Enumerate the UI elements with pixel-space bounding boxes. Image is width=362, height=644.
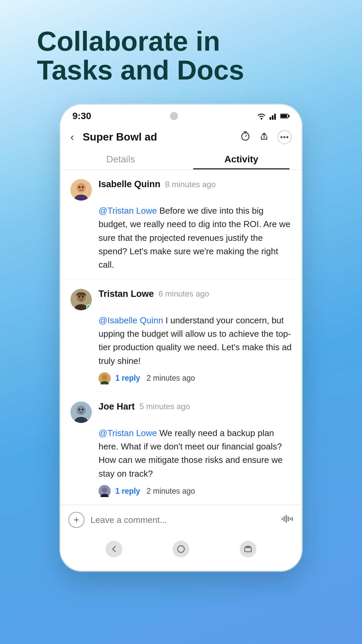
svg-point-31	[102, 487, 107, 493]
comment-body: @Tristan Lowe We really need a backup pl…	[70, 426, 292, 480]
nav-recent-button[interactable]	[240, 541, 256, 557]
battery-icon	[280, 113, 290, 119]
top-nav: ‹ Super Bowl ad	[60, 124, 302, 148]
more-dots-icon: •••	[280, 133, 289, 142]
svg-rect-33	[282, 518, 283, 520]
more-button[interactable]: •••	[278, 130, 292, 144]
comment-header: Tristan Lowe 6 minutes ago	[70, 289, 292, 310]
share-icon[interactable]	[259, 130, 269, 144]
status-bar: 9:30	[60, 105, 302, 124]
reply-info[interactable]: 1 reply 2 minutes ago	[115, 374, 195, 383]
reply-avatar	[99, 485, 111, 497]
nav-actions: •••	[240, 130, 292, 144]
comment-author-row: Tristan Lowe 6 minutes ago	[99, 289, 209, 299]
comment-input-bar: +	[60, 505, 302, 535]
svg-rect-5	[281, 115, 287, 118]
status-time: 9:30	[72, 111, 91, 121]
svg-rect-35	[286, 515, 287, 523]
status-icons	[257, 112, 290, 120]
comment-meta: Joe Hart 5 minutes ago	[99, 401, 190, 412]
svg-rect-34	[284, 516, 285, 522]
add-attachment-button[interactable]: +	[68, 512, 84, 528]
svg-rect-37	[290, 518, 291, 520]
back-button[interactable]: ‹	[67, 129, 77, 145]
headline-line1: Collaborate in	[37, 26, 220, 56]
headline: Collaborate in Tasks and Docs	[37, 27, 325, 85]
svg-point-39	[178, 546, 184, 552]
svg-point-29	[82, 409, 84, 411]
comment-input[interactable]	[90, 515, 276, 525]
reply-avatar	[99, 372, 111, 384]
svg-point-20	[78, 296, 80, 298]
comment-time: 8 minutes ago	[165, 180, 216, 189]
camera-dot	[170, 112, 178, 120]
comment-author: Isabelle Quinn	[99, 179, 161, 190]
svg-point-13	[76, 183, 86, 193]
phone-frame: 9:30 ‹ Super B	[60, 105, 302, 571]
isabelle-avatar-svg	[70, 179, 92, 201]
mention[interactable]: @Tristan Lowe	[99, 206, 157, 216]
svg-rect-1	[269, 117, 271, 120]
svg-rect-38	[292, 517, 293, 521]
wifi-icon	[257, 112, 266, 120]
tab-activity[interactable]: Activity	[181, 148, 302, 169]
comment-item: Tristan Lowe 6 minutes ago @Isabelle Qui…	[60, 279, 302, 392]
comment-header: Joe Hart 5 minutes ago	[70, 401, 292, 423]
nav-home-button[interactable]	[173, 541, 189, 557]
svg-rect-2	[272, 115, 274, 120]
avatar	[70, 289, 92, 310]
voice-icon	[282, 514, 294, 524]
comment-meta: Tristan Lowe 6 minutes ago	[99, 289, 209, 299]
voice-button[interactable]	[282, 514, 294, 526]
page-title: Super Bowl ad	[83, 131, 235, 143]
comment-header: Isabelle Quinn 8 minutes ago	[70, 179, 292, 201]
comments-list: Isabelle Quinn 8 minutes ago @Tristan Lo…	[60, 170, 302, 505]
bottom-nav	[60, 535, 302, 561]
svg-point-26	[76, 406, 86, 415]
svg-point-23	[102, 375, 107, 380]
svg-point-16	[82, 186, 84, 188]
avatar	[70, 179, 92, 201]
comment-author-row: Joe Hart 5 minutes ago	[99, 401, 190, 412]
tab-details[interactable]: Details	[60, 148, 181, 169]
comment-item: Joe Hart 5 minutes ago @Tristan Lowe We …	[60, 392, 302, 505]
headline-line2: Tasks and Docs	[37, 55, 244, 85]
comment-author-row: Isabelle Quinn 8 minutes ago	[99, 179, 216, 190]
reply-row: 1 reply 2 minutes ago	[70, 485, 292, 497]
mention[interactable]: @Tristan Lowe	[99, 428, 157, 438]
joe-avatar-svg	[70, 401, 92, 423]
svg-rect-3	[274, 114, 276, 120]
timer-icon[interactable]	[240, 130, 251, 144]
comment-body: @Tristan Lowe Before we dive into this b…	[70, 204, 292, 271]
online-indicator	[86, 305, 91, 309]
svg-rect-36	[288, 516, 289, 522]
comment-time: 6 minutes ago	[159, 289, 209, 299]
svg-line-10	[245, 135, 247, 137]
signal-icon	[269, 112, 277, 120]
comment-item: Isabelle Quinn 8 minutes ago @Tristan Lo…	[60, 170, 302, 279]
svg-point-15	[78, 186, 80, 188]
mention[interactable]: @Isabelle Quinn	[99, 315, 163, 325]
svg-point-28	[78, 409, 80, 411]
reply-row: 1 reply 2 minutes ago	[70, 372, 292, 384]
reply-info[interactable]: 1 reply 2 minutes ago	[115, 487, 195, 496]
avatar	[70, 401, 92, 423]
comment-time: 5 minutes ago	[139, 402, 190, 411]
tabs: Details Activity	[60, 148, 302, 170]
comment-author: Joe Hart	[99, 401, 135, 412]
svg-point-0	[260, 118, 262, 120]
svg-rect-6	[289, 115, 290, 117]
comment-meta: Isabelle Quinn 8 minutes ago	[99, 179, 216, 190]
comment-body: @Isabelle Quinn I understand your concer…	[70, 314, 292, 368]
comment-author: Tristan Lowe	[99, 289, 154, 299]
nav-back-button[interactable]	[106, 541, 122, 557]
svg-point-21	[82, 296, 84, 298]
